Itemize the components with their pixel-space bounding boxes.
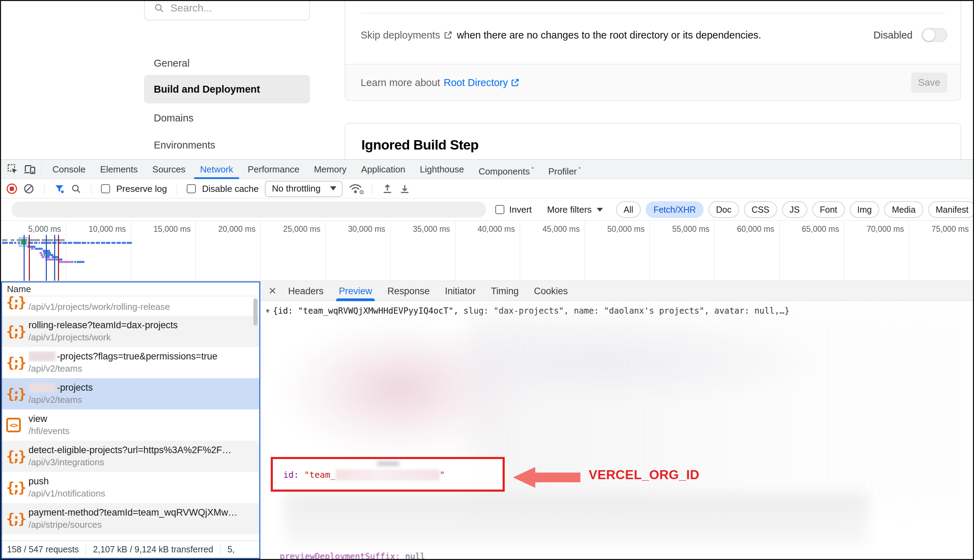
- filter-pill-all[interactable]: All: [616, 201, 641, 218]
- request-row[interactable]: {;}payment-method?teamId=team_wqRVWQjXMw…: [2, 503, 259, 534]
- request-row[interactable]: {;}/api/v1/projects/work/rolling-release: [2, 296, 259, 316]
- disable-cache-checkbox[interactable]: [187, 184, 196, 193]
- json-braces-icon: {;}: [6, 323, 24, 339]
- more-filters-button[interactable]: More filters: [547, 204, 603, 215]
- timeline-tick-label: 50,000 ms: [592, 225, 645, 234]
- invert-checkbox[interactable]: [495, 205, 504, 214]
- sidebar-item-general[interactable]: General: [144, 53, 310, 73]
- devtools-tab-network[interactable]: Network: [193, 160, 240, 179]
- detail-tab-timing[interactable]: Timing: [483, 282, 526, 301]
- event-timing-line-blue: [23, 235, 25, 281]
- filter-pill-js[interactable]: JS: [782, 201, 807, 218]
- devtools-tab-profiler[interactable]: Profiler*: [541, 160, 588, 179]
- waterfall-bar: [122, 242, 126, 244]
- request-path: /api/v1/projects/work: [28, 332, 256, 343]
- devtools-tab-elements[interactable]: Elements: [93, 160, 145, 179]
- throttling-dropdown[interactable]: No throttling: [265, 181, 343, 197]
- settings-search-input[interactable]: Search...: [144, 1, 310, 20]
- preserve-log-label: Preserve log: [116, 183, 167, 194]
- preserve-log-checkbox[interactable]: [101, 184, 110, 193]
- filter-pill-css[interactable]: CSS: [744, 201, 777, 218]
- sidebar-item-environments[interactable]: Environments: [144, 135, 310, 155]
- request-row[interactable]: {;}detect-eligible-projects?url=https%3A…: [2, 441, 259, 472]
- devtools-tab-components[interactable]: Components*: [471, 160, 541, 179]
- request-row[interactable]: {;}-projects?flags=true&permissions=true…: [2, 347, 259, 378]
- filter-pill-font[interactable]: Font: [812, 201, 845, 218]
- filter-pill-manifest[interactable]: Manifest: [928, 201, 973, 218]
- timeline-tick-label: 60,000 ms: [722, 225, 774, 234]
- search-network-icon[interactable]: [71, 183, 81, 194]
- timeline-gridline: [455, 221, 455, 281]
- detail-tab-preview[interactable]: Preview: [331, 282, 380, 301]
- divider: [91, 183, 91, 195]
- request-path: /hfi/events: [28, 426, 256, 437]
- filter-icon[interactable]: [54, 183, 65, 194]
- request-row[interactable]: <>view/hfi/events: [2, 409, 259, 441]
- request-row[interactable]: {;}push/api/v1/notifications: [2, 472, 259, 503]
- timeline-gridline: [714, 221, 715, 281]
- save-button[interactable]: Save: [911, 73, 947, 93]
- detail-tab-headers[interactable]: Headers: [280, 282, 331, 301]
- chevron-down-icon: [330, 186, 336, 190]
- skip-deployments-row: Skip deployments when there are no chang…: [361, 26, 947, 44]
- devtools-tab-application[interactable]: Application: [354, 160, 412, 179]
- request-row[interactable]: {;}-projects/api/v2/teams: [2, 378, 259, 409]
- inspect-element-icon[interactable]: [5, 160, 21, 179]
- root-directory-link[interactable]: Root Directory: [444, 77, 508, 88]
- detail-tab-response[interactable]: Response: [380, 282, 437, 301]
- waterfall-bar: [38, 242, 40, 244]
- timeline-gridline: [520, 221, 520, 281]
- timeline-tick-label: 45,000 ms: [528, 225, 580, 234]
- waterfall-bar: [127, 242, 132, 244]
- waterfall-bar: [58, 261, 73, 263]
- devtools-tab-console[interactable]: Console: [45, 160, 93, 179]
- record-network-log-icon[interactable]: [7, 183, 17, 194]
- property-key: previewDeploymentSuffix:: [280, 552, 400, 559]
- request-row[interactable]: {;}rolling-release?teamId=dax-projects/a…: [2, 316, 259, 347]
- clear-network-log-icon[interactable]: [23, 183, 34, 194]
- skip-deployments-toggle[interactable]: [922, 28, 947, 42]
- sidebar-item-build-and-deployment[interactable]: Build and Deployment: [144, 75, 310, 103]
- waterfall-bar: [42, 256, 45, 258]
- request-name: push: [28, 476, 256, 487]
- expand-triangle-icon[interactable]: ▼: [266, 307, 269, 314]
- detail-tab-initiator[interactable]: Initiator: [437, 282, 484, 301]
- import-har-icon[interactable]: [382, 183, 393, 194]
- close-icon[interactable]: ✕: [265, 285, 280, 297]
- devtools-tab-performance[interactable]: Performance: [240, 160, 307, 179]
- network-overview-timeline[interactable]: 5,000 ms10,000 ms15,000 ms20,000 ms25,00…: [1, 221, 973, 281]
- devtools-tab-lighthouse[interactable]: Lighthouse: [413, 160, 471, 179]
- event-timing-line-blue: [46, 235, 47, 281]
- requests-scrollbar[interactable]: [254, 298, 258, 325]
- timeline-tick-label: 20,000 ms: [203, 225, 255, 234]
- card-footer: Learn more about Root Directory Save: [345, 64, 961, 101]
- redacted-text: [28, 382, 55, 393]
- waterfall-bar: [41, 242, 46, 244]
- sidebar-item-domains[interactable]: Domains: [144, 108, 310, 128]
- devtools-tabbar: ConsoleElementsSourcesNetworkPerformance…: [1, 160, 973, 179]
- preview-root-object[interactable]: ▼{id: "team_wqRVWQjXMwHHdEVPyyIQ4ocT", s…: [260, 301, 973, 316]
- filter-pill-img[interactable]: Img: [850, 201, 880, 218]
- devtools-tab-sources[interactable]: Sources: [145, 160, 193, 179]
- requests-name-column-header[interactable]: Name: [2, 282, 259, 296]
- learn-more-text: Learn more about: [361, 77, 440, 88]
- filter-pill-fetch-xhr[interactable]: Fetch/XHR: [645, 201, 703, 218]
- blurred-smudge: [377, 461, 399, 466]
- filter-pill-doc[interactable]: Doc: [709, 201, 739, 218]
- skip-deployments-text: when there are no changes to the root di…: [457, 30, 761, 41]
- device-toolbar-icon[interactable]: [21, 160, 38, 179]
- network-conditions-icon[interactable]: ⚙: [349, 183, 362, 195]
- org-id-highlight-box: id: "team_": [271, 457, 505, 492]
- json-braces-icon: {;}: [6, 480, 24, 495]
- ignored-build-step-card: Ignored Build Step: [345, 123, 961, 159]
- detail-tab-cookies[interactable]: Cookies: [526, 282, 575, 301]
- throttling-value: No throttling: [272, 183, 320, 194]
- waterfall-bar: [14, 242, 16, 244]
- toggle-knob: [923, 29, 935, 41]
- export-har-icon[interactable]: [399, 183, 410, 194]
- devtools-tab-memory[interactable]: Memory: [307, 160, 354, 179]
- filter-text-input[interactable]: [12, 202, 486, 218]
- filter-pill-media[interactable]: Media: [884, 201, 923, 218]
- devtools-tabbar-tabs: ConsoleElementsSourcesNetworkPerformance…: [45, 160, 588, 179]
- status-item: 158 / 547 requests: [7, 544, 79, 555]
